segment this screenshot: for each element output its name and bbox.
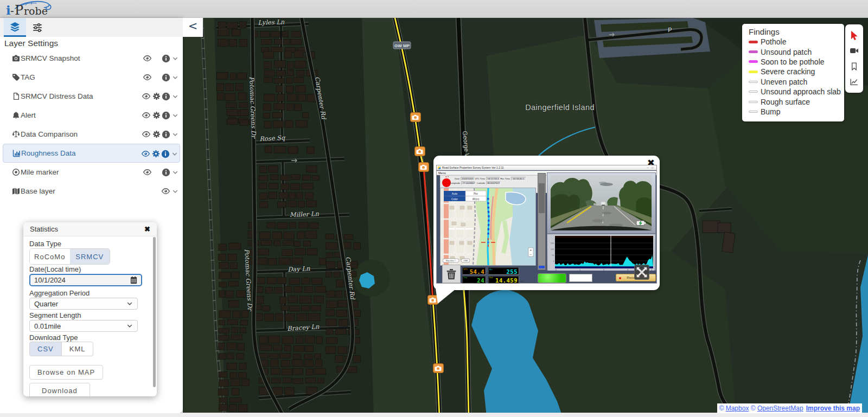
cursor-tool[interactable] — [849, 30, 860, 41]
statistics-scrollbar[interactable] — [153, 237, 156, 387]
file-icon — [12, 92, 20, 101]
legend-swatch — [749, 101, 758, 103]
info-icon[interactable] — [161, 168, 171, 177]
eye-icon[interactable] — [142, 168, 153, 177]
svg-text:Map data ©: Map data © — [446, 260, 456, 262]
field-value: 38.8207527 — [486, 181, 501, 185]
svg-text:0: 0 — [556, 269, 557, 271]
menu-item[interactable]: Menu — [438, 171, 446, 175]
gear-icon[interactable] — [152, 92, 161, 101]
date-label: Date(Local time) — [29, 265, 81, 273]
copyright-glyph: © — [719, 405, 724, 412]
layer-row-alert[interactable]: Alert — [0, 106, 183, 125]
date-field — [29, 274, 142, 286]
camera-marker[interactable] — [415, 147, 425, 156]
bookmark-tool[interactable] — [849, 61, 860, 72]
svg-text:3: 3 — [627, 269, 628, 271]
chart-line-tool[interactable] — [849, 76, 860, 87]
iprobe-logo: i - P robe — [4, 0, 107, 20]
chevron-down-icon[interactable] — [171, 150, 178, 158]
eye-icon[interactable] — [142, 54, 153, 63]
layer-label: SRMCV Distress Data — [21, 92, 93, 100]
data-type-srmcv-button[interactable]: SRMCV — [70, 249, 110, 264]
calendar-icon[interactable] — [130, 276, 138, 284]
improve-map-link[interactable]: Improve this map — [806, 405, 860, 412]
eye-icon[interactable] — [142, 73, 153, 82]
statistics-header: Statistics ✖ — [23, 222, 157, 236]
scale-icon — [12, 130, 20, 139]
layer-row-tag[interactable]: TAG — [0, 68, 183, 87]
layer-row-srmcv-distress-data[interactable]: SRMCV Distress Data — [0, 87, 183, 106]
data-type-rocomo-button[interactable]: RoCoMo — [30, 249, 70, 264]
chevron-down-icon[interactable] — [171, 111, 178, 120]
date-input[interactable] — [34, 276, 130, 284]
download-type-csv-button[interactable]: CSV — [29, 342, 62, 356]
sidebar-collapse-button[interactable]: < — [183, 18, 203, 37]
signal-led — [538, 273, 566, 283]
chevron-down-icon[interactable] — [171, 168, 178, 177]
popup-expand-button[interactable] — [634, 265, 649, 280]
download-type-kml-button[interactable]: KML — [62, 342, 94, 356]
chevron-down-icon[interactable] — [171, 130, 178, 139]
findings-legend: Findings Pothole Unsound patch Soon to b… — [742, 24, 844, 121]
gear-icon[interactable] — [152, 111, 161, 120]
layer-row-roughness-data[interactable]: Roughness Data — [3, 144, 180, 163]
chevron-down-icon[interactable] — [171, 92, 178, 101]
led-readout: Tmp 24 — [462, 276, 486, 284]
blank-readout — [569, 274, 592, 282]
aggregation-value: Quarter — [34, 300, 58, 308]
aggregation-select[interactable]: Quarter — [29, 298, 138, 310]
legend-label: Uneven patch — [761, 78, 807, 86]
video-tool[interactable] — [849, 46, 860, 56]
popup-tail — [436, 289, 456, 304]
eye-icon[interactable] — [140, 150, 151, 158]
layer-row-data-comparison[interactable]: Data Comparison — [0, 125, 183, 144]
minimap-zoom-in[interactable]: + — [530, 248, 532, 252]
footer-strip — [0, 413, 868, 417]
camera-marker[interactable] — [433, 364, 444, 373]
legend-item: Pothole — [749, 37, 842, 47]
minimap-zoom-out[interactable]: − — [530, 253, 532, 256]
layer-row-srmcv-snapshot[interactable]: SRMCV Snapshot — [0, 49, 183, 68]
layer-label: Base layer — [21, 187, 55, 195]
gear-icon[interactable] — [151, 150, 160, 158]
eye-icon[interactable] — [160, 187, 171, 196]
info-icon[interactable] — [160, 150, 171, 158]
layer-row-base-layer[interactable]: Base layer — [0, 182, 183, 201]
chevron-down-icon[interactable] — [171, 73, 178, 82]
tab-layers[interactable] — [4, 18, 26, 37]
download-button[interactable]: Download — [29, 383, 90, 396]
camera-marker[interactable] — [411, 113, 421, 122]
map-icon — [12, 187, 20, 196]
tab-filters[interactable] — [26, 18, 48, 37]
info-icon[interactable] — [161, 73, 171, 82]
statistics-close-icon[interactable]: ✖ — [144, 225, 150, 233]
trash-button[interactable] — [442, 265, 461, 283]
eye-icon[interactable] — [141, 130, 152, 139]
browse-on-map-button[interactable]: Browse on MAP — [29, 365, 103, 380]
bullseye-icon — [12, 168, 20, 177]
window-controls[interactable]: – □ — [647, 166, 654, 169]
legend-item: Rough surface — [749, 97, 842, 106]
segment-select[interactable]: 0.01mile — [29, 320, 138, 332]
map-label-island: Daingerfield Island — [525, 103, 595, 112]
info-icon[interactable] — [161, 54, 171, 63]
chevron-down-icon[interactable] — [171, 54, 178, 63]
chevron-down-icon[interactable] — [171, 187, 178, 196]
minimap-table: Auto Plot Color IRI(m) — [444, 191, 486, 201]
eye-icon[interactable] — [141, 111, 152, 120]
layer-row-mile-marker[interactable]: Mile marker — [0, 163, 183, 182]
legend-swatch — [749, 41, 758, 43]
mapbox-link[interactable]: Mapbox — [726, 405, 749, 412]
legend-item: Severe cracking — [749, 67, 842, 76]
info-icon[interactable] — [161, 130, 171, 139]
osm-link[interactable]: OpenStreetMap — [757, 405, 803, 412]
gear-icon[interactable] — [152, 130, 161, 139]
field-label: Longitude — [446, 182, 460, 184]
eye-icon[interactable] — [141, 92, 152, 101]
camera-marker[interactable] — [419, 163, 429, 172]
info-icon[interactable] — [161, 111, 171, 120]
download-type-label: Download Type — [29, 333, 78, 342]
info-icon[interactable] — [161, 92, 171, 101]
legend-item: Unsound patch — [749, 47, 842, 56]
